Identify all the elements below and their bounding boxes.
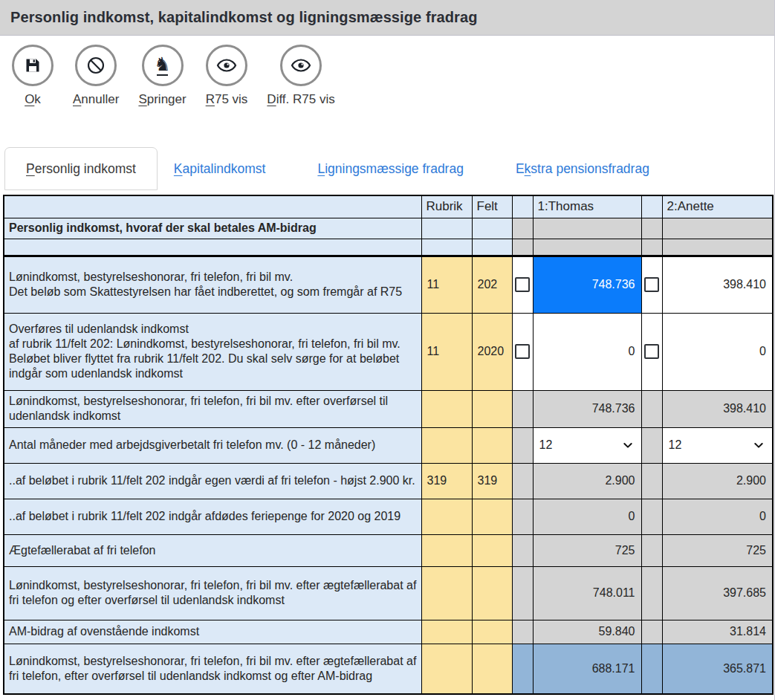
spacer-cell — [662, 218, 773, 239]
spacer-cell — [512, 499, 533, 534]
computed-value-anette: 31.814 — [662, 620, 773, 644]
computed-value-anette: 398.410 — [662, 390, 773, 427]
tab-kapitalindkomst[interactable]: Kapitalindkomst — [174, 161, 266, 177]
felt-cell — [472, 239, 512, 256]
spacer-cell — [641, 620, 662, 644]
spacer-cell — [641, 534, 662, 566]
rubrik-cell — [421, 534, 472, 566]
chevron-down-icon — [622, 439, 634, 451]
table-row: Lønindkomst, bestyrelseshonorar, fri tel… — [4, 566, 773, 620]
felt-cell — [472, 218, 512, 239]
tab-ligningsmaessige-fradrag[interactable]: Ligningsmæssige fradrag — [317, 161, 464, 177]
months-select-thomas[interactable]: 12 — [534, 429, 641, 462]
table-row: RubrikFelt1:Thomas2:Anette — [4, 195, 773, 218]
table-row: Personlig indkomst, hvoraf der skal beta… — [4, 218, 773, 239]
checkbox-anette[interactable] — [644, 277, 659, 292]
months-select-value: 12 — [669, 438, 682, 452]
spacer-cell — [662, 239, 773, 256]
felt-cell — [472, 644, 512, 694]
spacer-cell — [641, 218, 662, 239]
row-description: Ægtefællerabat af fri telefon — [4, 534, 421, 566]
checkbox-anette[interactable] — [644, 344, 659, 359]
row-description: Lønindkomst, bestyrelseshonorar, fri tel… — [4, 644, 421, 694]
table-row: Lønindkomst, bestyrelseshonorar, fri tel… — [4, 390, 773, 427]
spacer-cell — [512, 390, 533, 427]
tab-ekstra-pensionsfradrag[interactable]: Ekstra pensionsfradrag — [516, 161, 649, 177]
computed-value-anette: 397.685 — [662, 566, 773, 620]
spacer-cell — [641, 427, 662, 463]
spacer-cell — [533, 218, 641, 239]
amount-input-thomas[interactable]: 748.736 — [533, 256, 641, 313]
months-cell-anette: 12 — [662, 427, 773, 463]
spacer-cell — [512, 566, 533, 620]
save-icon — [24, 56, 42, 74]
spacer-cell — [512, 239, 533, 256]
spacer-cell — [641, 390, 662, 427]
rubrik-cell — [421, 620, 472, 644]
toolbar-button-label: R75 vis — [206, 92, 248, 107]
tab-links: KapitalindkomstLigningsmæssige fradragEk… — [174, 147, 649, 190]
toolbar-button-ok[interactable]: Ok — [12, 45, 53, 107]
rubrik-cell — [421, 218, 472, 239]
months-select-value: 12 — [539, 438, 553, 452]
felt-cell: 319 — [472, 463, 512, 499]
rubrik-cell: 11 — [421, 256, 472, 313]
computed-value-thomas: 2.900 — [533, 463, 641, 499]
table-row: Overføres til udenlandsk indkomst af rub… — [4, 313, 773, 390]
toolbar-button-diff-r75-vis[interactable]: Diff. R75 vis — [267, 45, 334, 107]
toolbar-button-circle — [280, 45, 322, 86]
checkbox-thomas[interactable] — [515, 344, 530, 359]
toolbar: OkAnnuller♞SpringerR75 visDiff. R75 vis — [0, 36, 774, 147]
row-description: Lønindkomst, bestyrelseshonorar, fri tel… — [4, 566, 421, 620]
toolbar-button-label: Diff. R75 vis — [267, 92, 334, 107]
amount-input-anette[interactable]: 398.410 — [662, 256, 773, 313]
months-select-anette[interactable]: 12 — [663, 429, 773, 462]
checkbox-thomas[interactable] — [515, 277, 530, 292]
toolbar-button-circle — [75, 45, 117, 86]
felt-cell — [472, 534, 512, 566]
tab-personlig-indkomst[interactable]: Personlig indkomst — [4, 147, 158, 190]
felt-cell: 2020 — [472, 313, 512, 390]
checkbox-cell — [512, 313, 533, 390]
tab-bar: Personlig indkomstKapitalindkomstLigning… — [4, 147, 774, 190]
spacer-cell — [512, 463, 533, 499]
checkbox-cell — [641, 313, 662, 390]
section-title: Personlig indkomst, hvoraf der skal beta… — [4, 218, 421, 239]
computed-value-thomas: 748.011 — [533, 566, 641, 620]
table-row: Lønindkomst, bestyrelseshonorar, fri tel… — [4, 256, 773, 313]
amount-input-thomas[interactable]: 0 — [533, 313, 641, 390]
computed-value-thomas: 725 — [533, 534, 641, 566]
table-row: Lønindkomst, bestyrelseshonorar, fri tel… — [4, 644, 773, 694]
row-description: Lønindkomst, bestyrelseshonorar, fri tel… — [4, 256, 421, 313]
column-header-felt: Felt — [472, 195, 512, 218]
amount-input-anette[interactable]: 0 — [662, 313, 773, 390]
computed-value-thomas: 748.736 — [533, 390, 641, 427]
table-row: AM-bidrag af ovenstående indkomst59.8403… — [4, 620, 773, 644]
knight-icon: ♞ — [154, 55, 170, 77]
eye-icon — [216, 57, 237, 74]
rubrik-cell — [421, 499, 472, 534]
income-table: RubrikFelt1:Thomas2:AnettePersonlig indk… — [3, 195, 774, 695]
header-spacer-cell — [641, 195, 662, 218]
eye-icon — [291, 57, 311, 74]
toolbar-button-r75-vis[interactable]: R75 vis — [206, 45, 248, 107]
spacer-cell — [512, 534, 533, 566]
computed-value-thomas: 688.171 — [533, 644, 641, 694]
toolbar-button-springer[interactable]: ♞Springer — [138, 45, 186, 107]
toolbar-button-label: Ok — [25, 92, 41, 107]
felt-cell — [472, 390, 512, 427]
toolbar-button-annuller[interactable]: Annuller — [73, 45, 119, 107]
spacer-cell — [641, 239, 662, 256]
chevron-down-icon — [753, 439, 765, 451]
checkbox-cell — [512, 256, 533, 313]
row-description: Overføres til udenlandsk indkomst af rub… — [4, 313, 421, 390]
felt-cell — [472, 427, 512, 463]
row-description: AM-bidrag af ovenstående indkomst — [4, 620, 421, 644]
computed-value-anette: 2.900 — [662, 463, 773, 499]
section-title — [4, 239, 421, 256]
table-row: ..af beløbet i rubrik 11/felt 202 indgår… — [4, 499, 773, 534]
row-description: ..af beløbet i rubrik 11/felt 202 indgår… — [4, 499, 421, 534]
spacer-cell — [641, 644, 662, 694]
toolbar-button-circle — [206, 45, 247, 86]
toolbar-button-circle: ♞ — [142, 45, 184, 86]
